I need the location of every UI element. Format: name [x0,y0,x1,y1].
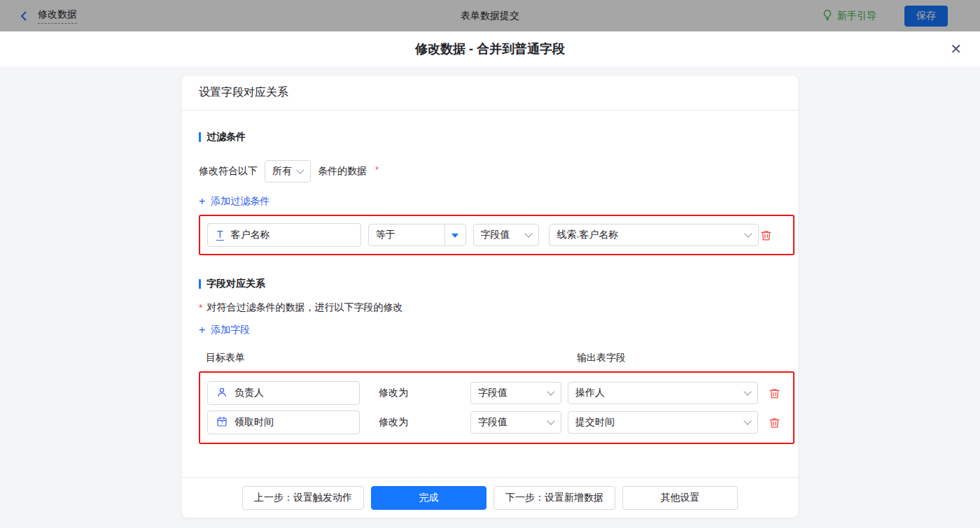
operator-select[interactable]: 等于 [368,224,466,246]
calendar-icon: 7 [216,416,227,429]
svg-text:7: 7 [220,420,223,425]
filter-value-select[interactable]: 线索.客户名称 [549,224,759,246]
mapping-row: 7 领取时间 修改为 字段值 提交时间 [207,411,786,434]
add-field-label: 添加字段 [211,324,250,336]
caret-down-filled-icon [451,234,458,241]
filter-field-value: 客户名称 [231,229,270,241]
filter-value: 线索.客户名称 [556,229,740,241]
done-button[interactable]: 完成 [371,486,486,510]
condition-prefix-text: 修改符合以下 [199,165,258,178]
save-button[interactable]: 保存 [904,6,948,27]
filter-field-input[interactable]: T 客户名称 [207,223,361,247]
condition-suffix-text: 条件的数据 [318,165,367,178]
output-field-column-label: 输出表字段 [577,352,626,364]
mapping-description-line: * 对符合过滤条件的数据，进行以下字段的修改 [199,301,781,314]
chevron-down-icon [744,229,752,237]
target-form-column-label: 目标表单 [206,352,245,364]
operator-value: 等于 [369,229,439,241]
mapping-field-input[interactable]: 7 领取时间 [207,411,360,434]
guide-label: 新手引导 [837,10,876,22]
required-asterisk: * [199,302,202,313]
delete-mapping-button[interactable] [767,415,782,430]
mapping-field-value: 负责人 [234,387,264,399]
mapping-value-type-select[interactable]: 字段值 [470,382,561,404]
filter-section-label: 过滤条件 [206,131,246,143]
mapping-value-select[interactable]: 提交时间 [568,411,758,434]
section-accent-bar [199,132,201,142]
card-content: 过滤条件 修改符合以下 所有 条件的数据 * + 添加过滤条件 T 客户名称 [182,110,798,477]
mapping-description: 对符合过滤条件的数据，进行以下字段的修改 [206,301,402,314]
modal-title: 修改数据 - 合并到普通字段 [415,41,565,57]
filter-value-type-select[interactable]: 字段值 [473,224,540,246]
trash-icon [769,387,780,399]
modal-header: 修改数据 - 合并到普通字段 ✕ [0,31,980,66]
match-mode-value: 所有 [272,165,292,178]
next-step-button[interactable]: 下一步：设置新增数据 [493,486,615,510]
section-accent-bar [199,279,201,289]
filter-condition-line: 修改符合以下 所有 条件的数据 * [199,160,781,183]
text-field-icon: T [216,229,224,241]
mapping-value-select[interactable]: 操作人 [568,382,758,404]
match-mode-select[interactable]: 所有 [265,160,311,183]
card-footer: 上一步：设置触发动作 完成 下一步：设置新增数据 其他设置 [182,477,798,518]
back-chevron-icon[interactable] [18,10,29,22]
mapping-field-value: 领取时间 [234,416,274,429]
chevron-down-icon [525,229,533,237]
mapping-column-headers: 目标表单 输出表字段 [199,352,781,366]
mapping-rows-highlight-box: 负责人 修改为 字段值 操作人 [199,371,794,444]
add-filter-condition-link[interactable]: + 添加过滤条件 [199,195,270,208]
trash-icon [760,229,772,241]
mapping-section-title: 字段对应关系 [199,278,781,290]
prev-step-button[interactable]: 上一步：设置触发动作 [242,486,364,510]
filter-section-title: 过滤条件 [199,131,781,143]
chevron-down-icon [296,166,304,173]
mapping-value: 提交时间 [575,416,739,429]
action-label: 修改为 [360,416,470,429]
filter-row-highlight-box: T 客户名称 等于 字段值 线索.客户名称 [199,215,794,255]
delete-filter-button[interactable] [759,228,774,243]
action-label: 修改为 [360,387,470,399]
settings-card: 设置字段对应关系 过滤条件 修改符合以下 所有 条件的数据 * + 添加过滤条件 [182,76,798,518]
beginner-guide-link[interactable]: 新手引导 [822,9,876,23]
mapping-value-type: 字段值 [478,416,542,429]
toolbar-back-label[interactable]: 修改数据 [38,8,77,24]
mapping-value: 操作人 [575,387,739,399]
chevron-down-icon [547,417,554,424]
chevron-down-icon [547,387,554,395]
user-icon [216,387,227,400]
other-settings-button[interactable]: 其他设置 [622,486,738,510]
add-field-link[interactable]: + 添加字段 [199,324,250,336]
delete-mapping-button[interactable] [767,386,782,401]
plus-icon: + [199,196,205,207]
lightbulb-icon [822,9,833,23]
required-asterisk: * [375,164,379,175]
mapping-section-label: 字段对应关系 [206,278,265,290]
top-toolbar: 修改数据 表单数据提交 新手引导 保存 [0,0,980,31]
close-icon[interactable]: ✕ [950,42,962,56]
chevron-down-icon [743,387,751,395]
chevron-down-icon [743,417,751,424]
mapping-value-type-select[interactable]: 字段值 [470,411,561,434]
trash-icon [769,417,780,429]
mapping-value-type: 字段值 [478,387,542,399]
filter-value-type: 字段值 [481,229,521,241]
operator-caret-zone[interactable] [444,224,465,245]
modal-body: 设置字段对应关系 过滤条件 修改符合以下 所有 条件的数据 * + 添加过滤条件 [0,66,980,528]
card-header-title: 设置字段对应关系 [182,76,798,110]
mapping-field-input[interactable]: 负责人 [207,381,360,405]
mapping-row: 负责人 修改为 字段值 操作人 [207,381,786,405]
add-filter-label: 添加过滤条件 [211,195,270,208]
plus-icon: + [199,324,205,336]
